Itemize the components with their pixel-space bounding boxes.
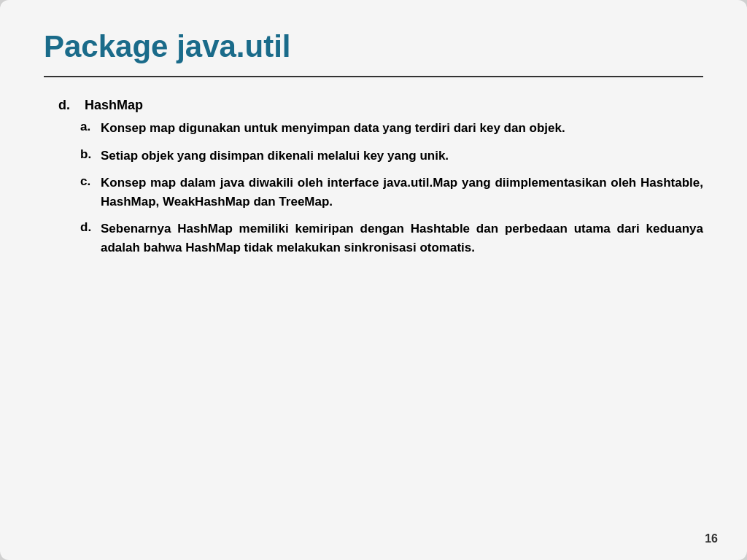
content-area: d. HashMap a. Konsep map digunakan untuk…: [44, 98, 703, 516]
level2-marker-b: b.: [80, 147, 101, 162]
level1-text: HashMap: [85, 98, 143, 112]
level2-marker-c: c.: [80, 174, 101, 189]
level1-item: d. HashMap a. Konsep map digunakan untuk…: [58, 98, 703, 257]
level2-text-b: Setiap objek yang disimpan dikenali mela…: [101, 147, 703, 166]
page-number: 16: [705, 532, 718, 545]
slide: Package java.util d. HashMap a. Konsep m…: [0, 0, 747, 560]
level2-text-d: Sebenarnya HashMap memiliki kemiripan de…: [101, 219, 703, 257]
list-item: b. Setiap objek yang disimpan dikenali m…: [80, 147, 703, 166]
list-item: c. Konsep map dalam java diwakili oleh i…: [80, 174, 703, 211]
level1-label: d. HashMap: [58, 98, 703, 113]
level2-text-a: Konsep map digunakan untuk menyimpan dat…: [101, 119, 703, 138]
level2-list: a. Konsep map digunakan untuk menyimpan …: [58, 119, 703, 257]
level2-marker-a: a.: [80, 119, 101, 134]
level1-marker: d.: [58, 98, 70, 112]
level2-text-c: Konsep map dalam java diwakili oleh inte…: [101, 174, 703, 211]
list-item: d. Sebenarnya HashMap memiliki kemiripan…: [80, 219, 703, 257]
list-item: a. Konsep map digunakan untuk menyimpan …: [80, 119, 703, 138]
slide-title: Package java.util: [44, 29, 703, 77]
level2-marker-d: d.: [80, 219, 101, 235]
